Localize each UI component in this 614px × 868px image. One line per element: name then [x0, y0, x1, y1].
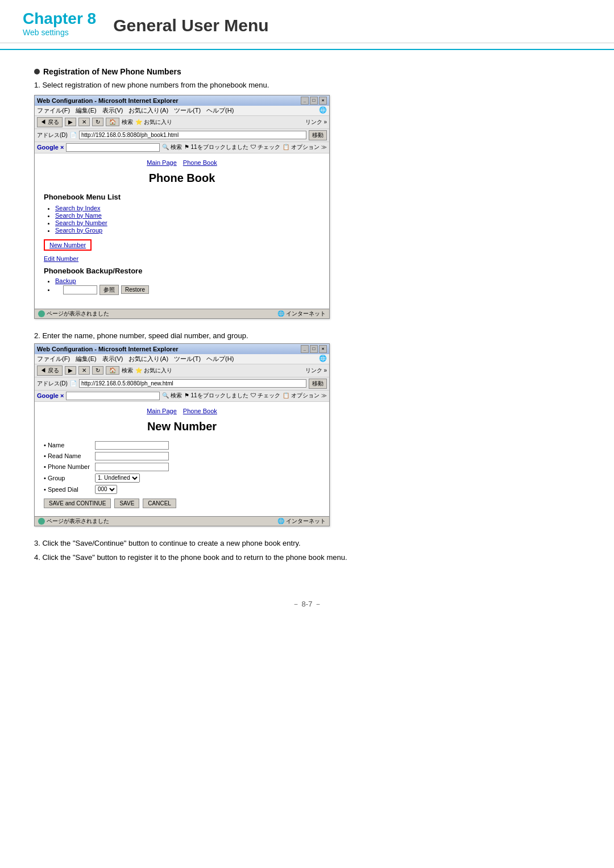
maximize-btn-1[interactable]: □ — [310, 97, 318, 105]
status-left-1: ページが表示されました — [38, 310, 109, 318]
refresh-btn-1[interactable]: ↻ — [92, 118, 103, 126]
maximize-btn-2[interactable]: □ — [310, 345, 318, 353]
chapter-title: Chapter 8 — [23, 10, 96, 28]
menu-view-1[interactable]: 表示(V) — [102, 106, 123, 115]
restore-btn[interactable]: Restore — [121, 285, 149, 294]
menu-favorites-1[interactable]: お気に入り(A) — [128, 106, 168, 115]
toolbar-search-1: 検索 — [122, 118, 133, 126]
search-by-index-link[interactable]: Search by Index — [55, 205, 101, 211]
toolbar-search-2: 検索 — [122, 367, 133, 375]
menu-file-1[interactable]: ファイル(F) — [37, 106, 70, 115]
menu-edit-2[interactable]: 編集(E) — [76, 355, 97, 363]
google-search-input-2[interactable] — [66, 392, 160, 400]
home-btn-2[interactable]: 🏠 — [106, 366, 119, 375]
google-bar-1: Google × 🔍 検索 ⚑ 11をブロックしました 🛡 チェック 📋 オプシ… — [35, 142, 329, 153]
name-row: • Name — [44, 441, 320, 450]
backup-title: Phonebook Backup/Restore — [44, 267, 320, 275]
google-bar-2: Google × 🔍 検索 ⚑ 11をブロックしました 🛡 チェック 📋 オプシ… — [35, 391, 329, 402]
back-btn-1[interactable]: ◀ 戻る — [37, 117, 63, 127]
toolbar-favorites-icon-1: ⭐ お気に入り — [135, 118, 172, 126]
google-block-2: ⚑ 11をブロックしました — [184, 392, 248, 400]
page-footer: － 8-7 － — [0, 599, 614, 621]
phone-number-input[interactable] — [95, 463, 169, 471]
go-btn-1[interactable]: 移動 — [309, 130, 327, 140]
close-btn-1[interactable]: × — [319, 97, 327, 105]
group-select[interactable]: 1. Undefined — [95, 474, 140, 483]
restore-file-input[interactable] — [63, 285, 97, 294]
menu-help-1[interactable]: ヘルプ(H) — [206, 106, 234, 115]
menu-file-2[interactable]: ファイル(F) — [37, 355, 70, 363]
stop-btn-2[interactable]: ✕ — [78, 366, 90, 375]
forward-btn-2[interactable]: ▶ — [65, 366, 76, 375]
browser-toolbar-2: ◀ 戻る ▶ ✕ ↻ 🏠 検索 ⭐ お気に入り リンク » — [35, 364, 329, 377]
google-search-input-1[interactable] — [66, 143, 160, 152]
address-label-1: アドレス(D) — [37, 131, 68, 139]
status-icon-1 — [38, 310, 45, 317]
nav-phone-book-2[interactable]: Phone Book — [183, 408, 217, 414]
address-icon-1: 📄 — [70, 132, 77, 138]
toolbar-favorites-icon-2: ⭐ お気に入り — [135, 367, 172, 375]
page-header: Chapter 8 Web settings General User Menu — [0, 0, 614, 43]
edit-number-link[interactable]: Edit Number — [44, 255, 78, 262]
google-options-1: 📋 オプション ≫ — [283, 143, 327, 151]
new-number-button[interactable]: New Number — [44, 239, 92, 251]
page-number: － 8-7 － — [292, 600, 322, 608]
menu-tools-2[interactable]: ツール(T) — [174, 355, 201, 363]
search-label-2: 🔍 検索 — [162, 392, 182, 400]
step3-text: 3. Click the "Save/Continue" button to c… — [34, 539, 580, 547]
statusbar-zone-text-1: インターネット — [286, 310, 326, 317]
statusbar-text-1: ページが表示されました — [47, 310, 109, 318]
back-btn-2[interactable]: ◀ 戻る — [37, 366, 63, 376]
phonebook-menu-title: Phonebook Menu List — [44, 193, 320, 201]
go-btn-2[interactable]: 移動 — [309, 379, 327, 389]
home-btn-1[interactable]: 🏠 — [106, 118, 119, 126]
browser-menubar-2: ファイル(F) 編集(E) 表示(V) お気に入り(A) ツール(T) ヘルプ(… — [35, 354, 329, 364]
step4-text: 4. Click the "Save" button to register i… — [34, 553, 580, 562]
browser-content-2: Main Page Phone Book New Number • Name •… — [35, 402, 329, 516]
minimize-btn-2[interactable]: _ — [301, 345, 309, 353]
google-options-2: 📋 オプション ≫ — [283, 392, 327, 400]
statusbar-zone-1: 🌐 インターネット — [277, 310, 326, 318]
read-name-row: • Read Name — [44, 452, 320, 460]
menu-edit-1[interactable]: 編集(E) — [76, 106, 97, 115]
forward-btn-1[interactable]: ▶ — [65, 118, 76, 126]
address-input-2[interactable] — [79, 379, 306, 388]
minimize-btn-1[interactable]: _ — [301, 97, 309, 105]
close-btn-2[interactable]: × — [319, 345, 327, 353]
toolbar-links-1: リンク » — [305, 118, 327, 126]
name-input[interactable] — [95, 441, 169, 450]
menu-favorites-2[interactable]: お気に入り(A) — [128, 355, 168, 363]
search-by-number-link[interactable]: Search by Number — [55, 219, 107, 226]
cancel-btn[interactable]: CANCEL — [143, 499, 176, 508]
backup-link[interactable]: Backup — [55, 277, 76, 284]
google-block-1: ⚑ 11をブロックしました — [184, 143, 248, 151]
phonebook-menu-list: Search by Index Search by Name Search by… — [44, 205, 320, 234]
section-heading-text: Registration of New Phone Numbers — [43, 67, 181, 76]
browser-statusbar-1: ページが表示されました 🌐 インターネット — [35, 309, 329, 318]
toolbar-links-2: リンク » — [305, 367, 327, 375]
chapter-subtitle: Web settings — [23, 28, 96, 37]
nav-main-page-1[interactable]: Main Page — [147, 159, 177, 166]
browser-window-2: Web Configuration - Microsoft Internet E… — [34, 343, 330, 526]
section-heading: Registration of New Phone Numbers — [34, 67, 580, 76]
nav-main-page-2[interactable]: Main Page — [147, 408, 177, 414]
browser-title-2: Web Configuration - Microsoft Internet E… — [37, 346, 179, 352]
menu-view-2[interactable]: 表示(V) — [102, 355, 123, 363]
save-btn[interactable]: SAVE — [114, 499, 139, 508]
speed-dial-select[interactable]: 000 — [95, 485, 117, 494]
menu-tools-1[interactable]: ツール(T) — [174, 106, 201, 115]
speed-dial-row: • Speed Dial 000 — [44, 485, 320, 494]
refresh-btn-2[interactable]: ↻ — [92, 366, 103, 375]
speed-dial-label: • Speed Dial — [44, 486, 95, 493]
name-label: • Name — [44, 442, 95, 448]
save-continue-btn[interactable]: SAVE and CONTINUE — [44, 499, 111, 508]
search-by-name-link[interactable]: Search by Name — [55, 212, 102, 219]
nav-phone-book-1[interactable]: Phone Book — [183, 159, 217, 166]
address-input-1[interactable] — [79, 131, 306, 139]
search-by-group-link[interactable]: Search by Group — [55, 227, 102, 234]
menu-help-2[interactable]: ヘルプ(H) — [206, 355, 234, 363]
stop-btn-1[interactable]: ✕ — [78, 118, 90, 126]
read-name-input[interactable] — [95, 452, 169, 460]
bullet-icon — [34, 69, 40, 74]
browse-btn[interactable]: 参照 — [99, 285, 119, 295]
